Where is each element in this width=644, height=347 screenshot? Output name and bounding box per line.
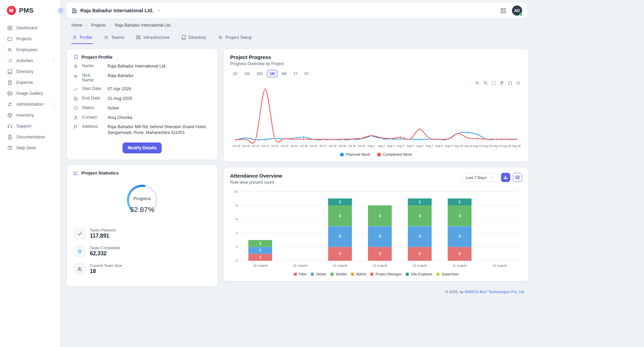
range-button-15d[interactable]: 15D — [254, 70, 265, 77]
tab-label: Profile — [80, 35, 92, 40]
sidebar-item-directory[interactable]: Directory — [0, 66, 60, 77]
sidebar-item-support[interactable]: Support — [0, 121, 60, 132]
legend-item-planned-work[interactable]: Planned Work — [340, 152, 370, 156]
chevron-right-icon — [109, 24, 112, 27]
chart-view-toggle[interactable] — [501, 173, 510, 182]
team-icon — [74, 263, 85, 275]
breadcrumb-link-projects[interactable]: Projects — [91, 23, 106, 28]
field-value: Active — [108, 105, 211, 111]
legend-item-supervisor[interactable]: Supervisor — [436, 272, 458, 276]
tab-project-setup[interactable]: Project Setup — [217, 32, 253, 44]
stat-label: Current Team Size — [90, 263, 122, 268]
field-value: Raja Bahadur Mill Rd, behind Sheraton Gr… — [108, 124, 211, 136]
sidebar-item-expense[interactable]: Expense — [0, 77, 60, 88]
tab-infrastructure[interactable]: Infrastructure — [135, 32, 170, 44]
sidebar-item-documentation[interactable]: Documentation — [0, 132, 60, 142]
breadcrumb: HomeProjectsRaja Bahadur International L… — [71, 23, 526, 28]
table-view-toggle[interactable] — [513, 173, 522, 182]
administration-icon — [7, 102, 13, 107]
legend-label: Site Engineer — [411, 272, 432, 276]
profile-field-status: Status:Active — [73, 105, 211, 111]
svg-text:Aug 12: Aug 12 — [473, 144, 482, 148]
sidebar-item-image-gallery[interactable]: Image Gallery — [0, 88, 60, 99]
sidebar-item-help-desk[interactable]: Help Desk — [0, 142, 60, 153]
sidebar-item-activities[interactable]: Activities — [0, 55, 60, 66]
tab-directory[interactable]: Directory — [180, 32, 207, 44]
tab-bar: ProfileTeamsInfrastructureDirectoryProje… — [71, 32, 527, 44]
sidebar-item-label: Employees — [16, 47, 55, 52]
svg-text:Aug 13: Aug 13 — [482, 144, 492, 148]
company-title: Raja Bahadur International Ltd. — [80, 8, 154, 13]
range-button-1d[interactable]: 1D — [230, 70, 240, 77]
svg-text:6: 6 — [236, 217, 238, 221]
teams-icon — [104, 35, 109, 40]
sidebar-item-label: Projects — [16, 36, 55, 41]
svg-text:11 August: 11 August — [453, 263, 467, 267]
pan-icon[interactable] — [499, 80, 504, 86]
legend-item-completed-work[interactable]: Completed Work — [377, 152, 412, 156]
stat-current-team-size: Current Team Size18 — [73, 260, 211, 278]
logo-icon: M — [7, 6, 16, 15]
zoom-in-icon[interactable] — [475, 80, 480, 86]
sidebar-item-administration[interactable]: Administration — [0, 99, 60, 110]
user-avatar[interactable]: AD — [512, 5, 522, 16]
legend-item-project-manager[interactable]: Project Manager — [370, 272, 402, 276]
sidebar-item-employees[interactable]: Employees — [0, 44, 60, 55]
field-label: End Date: — [82, 96, 104, 102]
range-button-1y[interactable]: 1Y — [291, 70, 301, 77]
sidebar-item-dashboard[interactable]: Dashboard — [0, 22, 60, 33]
menu-icon[interactable] — [516, 80, 521, 86]
legend-item-helper[interactable]: Helper — [311, 272, 326, 276]
line-chart-canvas[interactable]: Jul 18Jul 19Jul 20Jul 21Jul 22Jul 23Jul … — [230, 82, 522, 152]
gear-icon — [73, 64, 78, 69]
profile-tab-icon — [72, 35, 77, 40]
directory-tab-icon — [181, 35, 186, 40]
footer-link[interactable]: MARCO AIoT Technologies Pvt. Ltd. — [465, 290, 525, 294]
range-button-1m[interactable]: 1M — [267, 70, 277, 77]
field-label: Name: — [82, 63, 104, 69]
svg-text:3: 3 — [379, 234, 381, 238]
check-icon — [74, 228, 85, 239]
modify-details-button[interactable]: Modify Details — [123, 142, 162, 153]
sidebar-item-projects[interactable]: Projects — [0, 33, 60, 44]
app-logo[interactable]: M PMS — [0, 0, 60, 20]
tab-profile[interactable]: Profile — [71, 32, 93, 44]
field-label: Status: — [82, 105, 104, 111]
x-circle-icon — [73, 96, 78, 101]
date-range-select[interactable]: Last 7 Days — [462, 173, 498, 182]
legend-item-admin[interactable]: Admin — [351, 272, 366, 276]
legend-item-site-engineer[interactable]: Site Engineer — [406, 272, 432, 276]
legend-swatch — [311, 273, 314, 276]
sidebar-item-label: Directory — [16, 69, 55, 74]
range-button-5y[interactable]: 5Y — [302, 70, 311, 77]
legend-item-fitter[interactable]: Fitter — [294, 272, 307, 276]
help-desk-icon — [7, 145, 13, 151]
user-icon — [73, 115, 78, 120]
svg-text:Jul 22: Jul 22 — [271, 144, 279, 148]
expense-icon — [7, 80, 13, 85]
home-icon[interactable] — [508, 80, 513, 86]
range-button-3m[interactable]: 3M — [279, 70, 289, 77]
zoom-out-icon[interactable] — [483, 80, 488, 86]
svg-text:1: 1 — [259, 241, 261, 245]
sidebar-item-inventory[interactable]: Inventory — [0, 110, 60, 121]
svg-text:Jul 18: Jul 18 — [232, 144, 240, 148]
tab-label: Directory — [189, 35, 206, 40]
tab-label: Project Setup — [225, 35, 252, 40]
profile-field-name: Name:Raja Bahadur International Ltd. — [73, 63, 211, 69]
legend-item-welder[interactable]: Welder — [331, 272, 347, 276]
bar-chart-canvas[interactable]: 024681011116 August15 August233114 Augus… — [230, 188, 522, 271]
breadcrumb-link-home[interactable]: Home — [71, 23, 82, 28]
svg-text:2: 2 — [236, 245, 238, 248]
apps-menu-button[interactable] — [500, 7, 506, 14]
sidebar-item-label: Inventory — [16, 113, 55, 118]
range-button-1w[interactable]: 1W — [241, 70, 252, 77]
legend-label: Supervisor — [441, 272, 458, 276]
image-gallery-icon — [7, 91, 13, 96]
sidebar-item-label: Administration — [16, 102, 48, 107]
tab-teams[interactable]: Teams — [103, 32, 125, 44]
company-selector[interactable]: Raja Bahadur International Ltd. — [71, 8, 161, 14]
sidebar-collapse-button[interactable] — [57, 7, 64, 14]
selection-icon[interactable] — [491, 80, 496, 86]
tab-label: Infrastructure — [143, 35, 170, 40]
